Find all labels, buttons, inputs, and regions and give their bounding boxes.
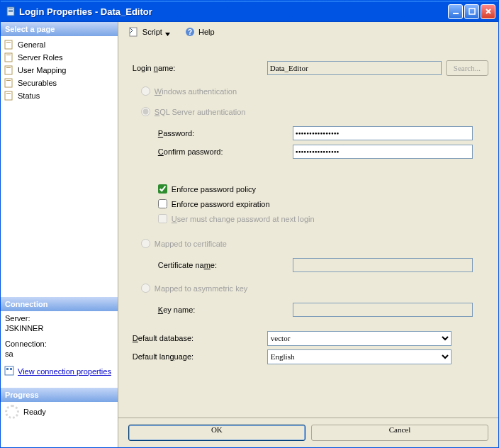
script-icon [128,26,140,38]
mapped-cert-radio [141,239,150,248]
svg-rect-12 [5,66,12,74]
title-bar[interactable]: Login Properties - Data_Editor [1,1,498,22]
windows-auth-radio [141,86,150,96]
svg-rect-11 [6,55,11,55]
nav-label: Securables [18,79,57,87]
key-name-row: Key name: [133,302,488,318]
svg-rect-10 [5,53,12,62]
minimize-button[interactable] [448,4,463,19]
nav-user-mapping[interactable]: User Mapping [2,64,116,77]
default-lang-row: Default language: English [133,349,488,364]
cert-name-input [293,258,473,272]
default-db-select[interactable]: vector [267,331,452,346]
connection-block: Server: JSKINNER Connection: sa [1,311,118,362]
svg-rect-19 [6,368,9,370]
window-frame: Login Properties - Data_Editor Select a … [0,0,499,448]
nav-label: Status [18,91,40,100]
page-icon [4,77,15,89]
help-label: Help [198,28,215,36]
default-db-label: Default database: [133,334,267,342]
svg-rect-8 [5,40,12,49]
windows-auth-label: Windows authentication [155,87,237,96]
script-button[interactable]: Script [125,25,173,39]
svg-rect-14 [5,79,12,87]
must-change-checkbox [158,214,167,223]
nav-label: Server Roles [18,53,63,62]
password-row: Password: [133,125,488,141]
nav-server-roles[interactable]: Server Roles [2,51,116,64]
mapped-asym-label: Mapped to asymmetric key [155,284,247,293]
enforce-policy-row: Enforce password policy [158,182,488,196]
window-title: Login Properties - Data_Editor [19,6,448,17]
view-connection-link[interactable]: View connection properties [18,367,111,376]
mapped-asym-row: Mapped to asymmetric key [141,281,488,295]
maximize-button[interactable] [464,4,479,19]
nav-label: General [18,40,45,49]
script-label: Script [142,28,162,36]
page-icon [4,65,15,76]
login-name-row: Login name: Search... [133,60,488,76]
page-icon [4,90,15,101]
svg-rect-4 [453,13,459,14]
progress-block: Ready [1,402,118,422]
progress-status: Ready [23,408,46,416]
mapped-cert-row: Mapped to certificate [141,237,488,250]
search-button: Search... [446,60,488,76]
select-page-header: Select a page [1,22,118,36]
default-lang-label: Default language: [133,352,267,361]
cert-name-label: Certificate name: [158,261,293,269]
help-icon: ? [184,26,196,38]
page-nav-list: General Server Roles User Mapping Secura… [1,36,118,104]
enforce-expiry-label: Enforce password expiration [172,200,270,208]
ok-button[interactable]: OK [128,425,305,441]
properties-icon [4,365,15,378]
svg-rect-9 [6,42,11,43]
view-connection-row: View connection properties [1,362,118,381]
connection-label: Connection: [5,340,113,348]
svg-text:?: ? [188,28,192,36]
enforce-policy-checkbox[interactable] [158,184,167,194]
key-name-input [293,303,473,317]
default-lang-select[interactable]: English [267,349,452,364]
must-change-row: User must change password at next login [158,212,488,225]
must-change-label: User must change password at next login [172,215,315,223]
svg-rect-1 [9,9,13,9]
nav-securables[interactable]: Securables [2,77,116,89]
progress-spinner-icon [5,405,19,419]
login-name-label: Login name: [133,64,267,72]
server-value: JSKINNER [5,324,113,332]
password-input[interactable] [293,126,473,140]
sidebar: Select a page General Server Roles User … [1,22,118,447]
close-button[interactable] [481,4,495,19]
connection-header: Connection [1,297,118,311]
confirm-password-input[interactable] [293,145,473,159]
toolbar: Script ? Help [118,22,498,42]
key-name-label: Key name: [158,306,293,314]
enforce-expiry-checkbox[interactable] [158,199,167,208]
svg-rect-3 [9,11,13,12]
login-name-input[interactable] [267,61,442,75]
nav-status[interactable]: Status [2,89,116,102]
nav-label: User Mapping [18,66,66,74]
progress-header: Progress [1,388,118,402]
mapped-asym-radio [141,284,150,293]
cancel-button[interactable]: Cancel [311,425,488,441]
enforce-policy-label: Enforce password policy [172,185,256,194]
mapped-cert-label: Mapped to certificate [155,240,227,248]
app-icon [5,6,16,17]
form-area: Login name: Search... Windows authentica… [118,42,498,418]
nav-general[interactable]: General [2,38,116,51]
svg-marker-22 [165,33,170,36]
window-buttons [448,4,495,19]
svg-rect-16 [5,91,12,100]
password-label: Password: [158,129,293,138]
cert-name-row: Certificate name: [133,257,488,273]
default-db-row: Default database: vector [133,330,488,346]
svg-rect-13 [6,67,11,68]
svg-rect-2 [9,10,13,11]
svg-rect-18 [5,366,13,375]
svg-rect-20 [10,368,12,370]
svg-rect-17 [6,93,11,94]
sql-auth-label: SQL Server authentication [155,108,246,116]
help-button[interactable]: ? Help [181,25,218,39]
